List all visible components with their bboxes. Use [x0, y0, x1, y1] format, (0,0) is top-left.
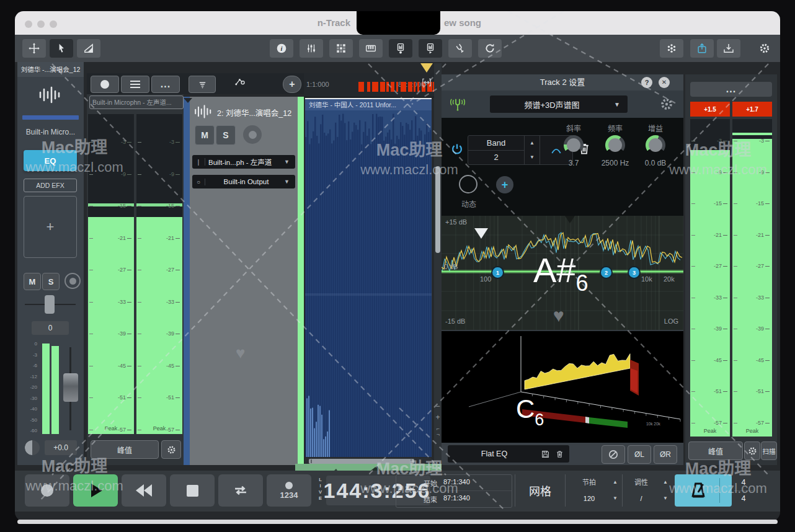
minimize-window-button[interactable]	[37, 20, 45, 28]
sync-button[interactable]	[478, 39, 502, 58]
tuner-wave-icon[interactable]	[450, 97, 465, 112]
step-sequencer-button[interactable]	[329, 39, 353, 58]
add-efx-button[interactable]: ADD EFX	[24, 179, 77, 192]
playback-meter-button[interactable]	[419, 39, 442, 58]
clip-indicator-left[interactable]: +1.5	[690, 102, 730, 117]
loop-range-button[interactable]	[421, 77, 432, 88]
end-value[interactable]: 87:1:340	[441, 491, 512, 507]
pan-knob-icon[interactable]	[25, 440, 40, 455]
key-value[interactable]: /	[624, 490, 659, 507]
track-solo-button[interactable]: S	[216, 125, 236, 145]
add-effects-button[interactable]	[660, 39, 683, 58]
eq-button[interactable]: EQ	[24, 150, 77, 171]
effects-slot[interactable]: +	[24, 196, 77, 258]
meter-settings-button[interactable]	[161, 440, 181, 459]
track-arm-button[interactable]	[243, 125, 262, 144]
band-number[interactable]: 2	[468, 151, 524, 164]
mute-button[interactable]: M	[24, 273, 41, 290]
share-button[interactable]	[690, 39, 714, 58]
dynamics-knob[interactable]	[459, 175, 477, 193]
master-peak-button[interactable]: 峰值	[688, 441, 743, 460]
help-button[interactable]: ?	[641, 77, 652, 88]
live-label[interactable]: LIVE	[317, 477, 324, 505]
track-name-header[interactable]: 刘德华 -...演唱会_12	[17, 62, 84, 77]
tempo-value[interactable]: 120	[570, 490, 608, 507]
timeline-ruler[interactable]: 1:1:000 87:1:000	[304, 73, 434, 97]
export-button[interactable]	[717, 39, 740, 58]
automation-button[interactable]	[234, 76, 253, 92]
metronome-button[interactable]	[675, 474, 732, 507]
bypass-button[interactable]	[602, 445, 625, 464]
preset-select[interactable]: Flat EQ	[448, 445, 569, 463]
pointer-tool-button[interactable]	[50, 39, 73, 58]
track-title[interactable]: 2: 刘德华...演唱会_12	[217, 107, 298, 118]
master-more-button[interactable]: ...	[690, 82, 772, 97]
zoom-out-button[interactable]: −	[434, 402, 442, 410]
band-power-icon[interactable]	[450, 143, 464, 156]
start-value[interactable]: 87:1:340	[441, 475, 512, 491]
move-tool-button[interactable]	[22, 39, 46, 58]
delete-preset-icon[interactable]	[555, 450, 564, 459]
count-in-button[interactable]: 1234	[267, 474, 311, 507]
grid-button[interactable]: 网格	[515, 474, 566, 507]
add-processor-button[interactable]: +	[496, 176, 513, 193]
master-settings-button[interactable]	[744, 441, 760, 460]
phase-right-button[interactable]: ØR	[654, 445, 677, 464]
meter-more-button[interactable]: ...	[151, 76, 180, 93]
track-select-strip[interactable]	[184, 97, 190, 465]
record-enable-button[interactable]	[91, 76, 119, 93]
collapse-arrow-icon[interactable]	[184, 98, 192, 103]
pan-slider-thumb[interactable]	[45, 295, 55, 314]
mixer-button[interactable]	[300, 39, 323, 58]
play-button[interactable]	[73, 474, 118, 507]
track-row[interactable]: 2: 刘德华...演唱会_12 M S | Built-in...ph - 左声…	[184, 97, 304, 465]
tuner-button[interactable]	[448, 39, 472, 58]
spinner-up-icon[interactable]: ▲	[525, 140, 540, 146]
expand-icon[interactable]: ⌐¬	[434, 425, 442, 438]
slope-knob[interactable]	[564, 135, 584, 155]
eq-band-point-3[interactable]: 3	[628, 266, 641, 279]
track-filter-button[interactable]	[189, 76, 216, 93]
solo-button[interactable]: S	[42, 273, 60, 290]
close-window-button[interactable]	[25, 20, 32, 28]
eq-band-point-1[interactable]: 1	[491, 266, 504, 279]
vertical-scrollbar-thumb[interactable]	[435, 166, 440, 253]
stop-button[interactable]	[170, 474, 215, 507]
loop-button[interactable]	[218, 474, 263, 507]
clip-indicator-right[interactable]: +1.7	[732, 102, 772, 117]
record-button[interactable]	[25, 474, 69, 507]
volume-fader-thumb[interactable]	[63, 373, 78, 402]
window-controls[interactable]	[25, 19, 62, 30]
save-preset-icon[interactable]	[541, 450, 550, 459]
tempo-down-icon[interactable]: ▼	[608, 490, 622, 507]
eq-settings-gear-icon[interactable]	[660, 97, 673, 111]
meter-menu-button[interactable]	[121, 76, 149, 93]
master-scan-button[interactable]: 扫描	[761, 441, 777, 460]
clip-title[interactable]: 刘德华 - 中国人 - 2011 Unfor...	[305, 99, 432, 110]
horizontal-scrollbar-thumb[interactable]	[309, 459, 414, 464]
track-mute-button[interactable]: M	[195, 125, 215, 145]
track-input-select[interactable]: | Built-in...ph - 左声道 ▼	[192, 155, 295, 169]
tempo-up-icon[interactable]: ▲	[608, 474, 622, 490]
zoom-window-button[interactable]	[50, 20, 57, 28]
view-mode-select[interactable]: 频谱+3D声谱图 ▼	[490, 95, 628, 113]
song-overview-strip[interactable]	[295, 464, 442, 471]
add-track-button[interactable]: +	[283, 76, 301, 93]
frequency-knob[interactable]	[605, 135, 625, 155]
spinner-down-icon[interactable]: ▼	[525, 154, 540, 160]
eq-band-point-2[interactable]: 2	[600, 266, 613, 279]
rewind-button[interactable]	[122, 474, 166, 507]
time-signature[interactable]: 4 4	[734, 474, 753, 507]
close-panel-button[interactable]: ✕	[659, 77, 670, 88]
audio-clip[interactable]: 刘德华 - 中国人 - 2011 Unfor...	[305, 98, 432, 457]
track-output-select[interactable]: ○ Built-in Output ▼	[192, 175, 295, 188]
gain-knob[interactable]	[646, 135, 665, 155]
eq-graph[interactable]: +15 dB 0 dB -15 dB LOG 100 10k 20k 1 2 3…	[442, 216, 683, 330]
zoom-in-button[interactable]: +	[434, 413, 442, 422]
spectrogram-3d[interactable]: 10k 20k C6	[442, 331, 683, 443]
record-meter-button[interactable]	[389, 39, 412, 58]
arm-record-button[interactable]	[64, 273, 81, 289]
track-color-bar[interactable]	[22, 115, 79, 120]
phase-left-button[interactable]: ØL	[628, 445, 651, 464]
pan-value[interactable]: 0	[32, 321, 69, 335]
